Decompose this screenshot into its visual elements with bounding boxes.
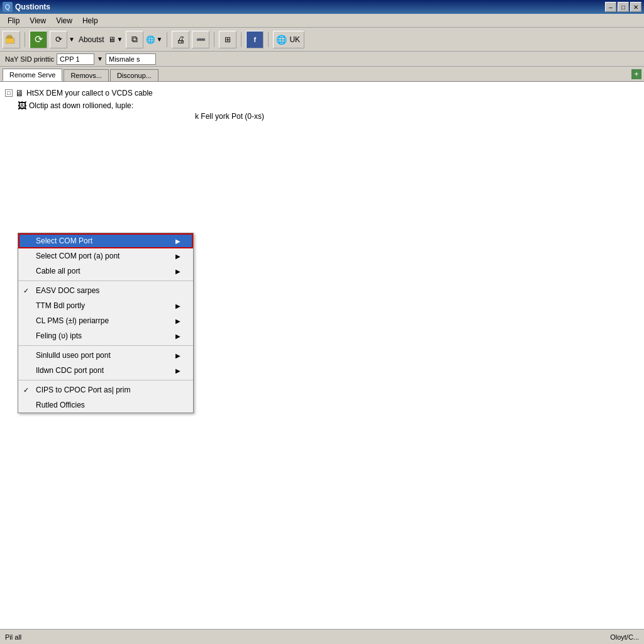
tab-bar: Renome Serve Removs... Disconup... +	[0, 67, 644, 82]
menu-help[interactable]: Help	[77, 15, 103, 26]
main-window: Q Qustionts – □ ✕ Flip View View Help ⟳ …	[0, 0, 644, 644]
status-right: Oloyt/C...	[610, 633, 639, 641]
app-icon: Q	[3, 2, 13, 12]
uk-label: UK	[288, 35, 301, 44]
toolbar-grid-btn[interactable]: ⊞	[219, 31, 236, 48]
ctx-easv-doc[interactable]: EASV DOC sarpes	[18, 283, 193, 298]
tree-expander-1[interactable]: □	[5, 89, 13, 97]
dropdown-arrow-2[interactable]: ▼	[97, 55, 103, 62]
toolbar-open-btn[interactable]	[3, 31, 20, 48]
ctx-ttm-bdl[interactable]: TTM Bdl portly ▶	[18, 298, 193, 313]
title-bar: Q Qustionts – □ ✕	[0, 0, 644, 14]
submenu-arrow-10: ▶	[175, 367, 180, 374]
tree-icon-2: 🖼	[18, 101, 26, 111]
ctx-select-com-port[interactable]: Select COM Port ▶	[18, 233, 193, 248]
submenu-arrow-1: ▶	[175, 253, 180, 260]
submenu-arrow-2: ▶	[175, 268, 180, 275]
close-button[interactable]: ✕	[630, 2, 641, 12]
submenu-arrow-7: ▶	[175, 333, 180, 340]
ctx-cips[interactable]: CIPS to CPOC Port as| prim	[18, 382, 193, 397]
submenu-arrow-9: ▶	[175, 352, 180, 359]
address-bar: NaY SID printtic CPP 1 ▼ Mismale s	[0, 52, 644, 67]
tab-removs[interactable]: Removs...	[64, 69, 109, 81]
toolbar-sep-5	[268, 32, 269, 47]
ctx-cl-pms[interactable]: CL PMS (±l) periarrpe ▶	[18, 313, 193, 328]
main-content: □ 🖥 HtSX DEM your callect o VCDS cable 🖼…	[0, 82, 644, 644]
menu-bar: Flip View View Help	[0, 14, 644, 28]
window-title: Qustionts	[15, 3, 50, 11]
toolbar-uk-btn[interactable]: 🌐 UK	[273, 31, 304, 48]
toolbar-facebook-btn[interactable]: f	[246, 31, 264, 48]
tree-area: □ 🖥 HtSX DEM your callect o VCDS cable 🖼…	[0, 82, 644, 117]
menu-view-1[interactable]: View	[25, 15, 51, 26]
ctx-cable-all-port[interactable]: Cable all port ▶	[18, 264, 193, 279]
toolbar-sep-1	[25, 32, 25, 47]
address-prefix: NaY SID printtic	[5, 55, 54, 63]
toolbar-refresh2-btn[interactable]: ⟳	[50, 31, 67, 48]
monitor-combo[interactable]: 🖥 ▼	[108, 35, 123, 44]
ctx-sep-2	[18, 345, 193, 346]
toolbar-sep-2	[167, 32, 167, 47]
toolbar-sep-4	[241, 32, 242, 47]
tab-disconup[interactable]: Disconup...	[110, 69, 158, 81]
dropdown-arrow-1[interactable]: ▼	[69, 36, 75, 43]
ctx-feling[interactable]: Feling (ʋ) ipts ▶	[18, 328, 193, 343]
menu-flip[interactable]: Flip	[3, 15, 25, 26]
maximize-button[interactable]: □	[618, 2, 629, 12]
submenu-arrow-0: ▶	[175, 238, 180, 245]
status-bar: Pil all Oloyt/C...	[0, 629, 644, 644]
toolbar: ⟳ ⟳ ▼ Aboutst 🖥 ▼ ⧉ 🌐 ▼ 🖨 ➖ ⊞ f 🌐 UK	[0, 28, 644, 52]
tree-text-1: HtSX DEM your callect o VCDS cable	[26, 89, 153, 97]
globe-combo[interactable]: 🌐 ▼	[146, 35, 163, 44]
menu-view-2[interactable]: View	[51, 15, 77, 26]
svg-rect-1	[8, 35, 11, 37]
tree-text-2: Olctip ast down rollioned, luple:	[29, 101, 133, 110]
submenu-arrow-5: ▶	[175, 303, 180, 309]
tree-item-1: □ 🖥 HtSX DEM your callect o VCDS cable	[3, 87, 641, 99]
tree-item-2: 🖼 Olctip ast down rollioned, luple:	[3, 99, 641, 112]
tab-renome-serve[interactable]: Renome Serve	[3, 69, 62, 81]
ctx-sep-1	[18, 280, 193, 281]
ctx-select-com-port-a[interactable]: Select COM port (a) pont ▶	[18, 248, 193, 264]
ctx-rutled[interactable]: Rutled Officies	[18, 397, 193, 413]
tree-icon-1: 🖥	[15, 88, 24, 98]
cpp-field[interactable]: CPP 1	[57, 53, 94, 65]
side-text: k Fell york Pot (0-xs)	[195, 112, 264, 121]
ctx-ildwn[interactable]: Ildwn CDC port pont ▶	[18, 363, 193, 378]
submenu-arrow-6: ▶	[175, 318, 180, 325]
context-menu: Select COM Port ▶ Select COM port (a) po…	[18, 233, 194, 413]
aboutst-label: Aboutst	[77, 35, 106, 44]
toolbar-copy-btn[interactable]: ⧉	[126, 31, 143, 48]
minimize-button[interactable]: –	[605, 2, 616, 12]
status-left: Pil all	[5, 633, 21, 641]
ctx-sep-3	[18, 380, 193, 380]
toolbar-minus-btn[interactable]: ➖	[192, 31, 209, 48]
svg-rect-2	[6, 38, 14, 43]
ctx-sinlulld[interactable]: Sinlulld useo port pont ▶	[18, 348, 193, 363]
toolbar-print-btn[interactable]: 🖨	[172, 31, 189, 48]
window-controls: – □ ✕	[605, 2, 641, 12]
mismale-field[interactable]: Mismale s	[106, 53, 156, 65]
toolbar-sep-3	[214, 32, 214, 47]
title-bar-left: Q Qustionts	[3, 2, 50, 12]
toolbar-refresh-btn[interactable]: ⟳	[30, 31, 47, 48]
add-tab-button[interactable]: +	[631, 69, 641, 79]
